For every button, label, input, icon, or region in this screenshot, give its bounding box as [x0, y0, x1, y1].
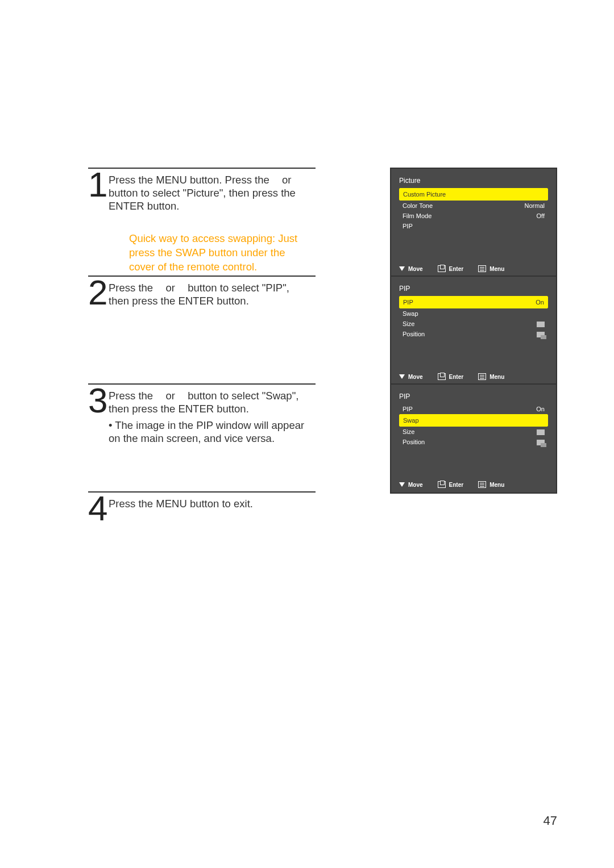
enter-icon	[438, 373, 446, 380]
osd-footer-label: Enter	[449, 374, 464, 380]
step-1: 1 Press the MENU button. Press the or bu…	[88, 168, 316, 274]
down-triangle-icon	[399, 482, 405, 487]
osd-row-label: PIP	[403, 223, 413, 229]
osd-hl-label: Custom Picture	[403, 191, 446, 198]
osd-footer-label: Move	[408, 266, 423, 272]
step-3: 3 Press the or button to select "Swap", …	[88, 383, 316, 445]
osd-footer: Move Enter Menu	[391, 370, 556, 385]
osd-row-highlighted: Custom Picture	[399, 188, 548, 201]
step1-text-b: button to select "Picture", then press t…	[109, 187, 296, 212]
page-number: 47	[544, 813, 557, 828]
osd-screenshot-1: Picture Custom Picture Color ToneNormal …	[390, 168, 557, 278]
osd-row-label: Film Mode	[403, 212, 432, 219]
osd-row: Position	[399, 437, 548, 447]
menu-icon	[478, 373, 486, 380]
osd-row-label: Position	[403, 331, 425, 337]
down-triangle-icon	[399, 374, 405, 379]
step-number: 4	[88, 496, 107, 521]
step3-bullet: • The image in the PIP window will appea…	[109, 419, 306, 445]
osd-footer-menu: Menu	[478, 265, 504, 272]
osd-row-label: Size	[403, 428, 414, 435]
osd-row: Size	[399, 319, 548, 329]
step3-or: or	[163, 390, 178, 402]
osd-screenshot-3: PIP PIPOn Swap Size Position Move Enter …	[390, 383, 557, 494]
osd-footer: Move Enter Menu	[391, 262, 556, 277]
enter-icon	[438, 265, 446, 272]
menu-icon	[478, 265, 486, 272]
step-text: Press the MENU button. Press the or butt…	[107, 173, 316, 274]
osd-footer-enter: Enter	[438, 481, 464, 488]
osd-row: Film ModeOff	[399, 211, 548, 221]
osd-row: Size	[399, 427, 548, 437]
step-text: Press the or button to select "PIP", the…	[107, 281, 316, 307]
osd-hl-label: PIP	[403, 299, 413, 306]
step-text: Press the or button to select "Swap", th…	[107, 389, 316, 445]
step-text: Press the MENU button to exit.	[107, 497, 316, 510]
osd-row-value	[537, 331, 545, 337]
osd-row-label: Size	[403, 320, 414, 327]
osd-row: Swap	[399, 308, 548, 319]
osd-row-highlighted: Swap	[399, 414, 548, 427]
osd-row: PIP	[399, 221, 548, 231]
size-icon	[537, 429, 545, 435]
step-2: 2 Press the or button to select "PIP", t…	[88, 276, 316, 307]
step2-text-a: Press the	[109, 282, 156, 294]
osd-row: PIPOn	[399, 404, 548, 414]
step1-text-a: Press the MENU button. Press the	[109, 174, 272, 186]
osd-row-value	[537, 428, 545, 435]
osd-title: PIP	[399, 285, 548, 293]
step1-or: or	[279, 174, 294, 186]
step-number: 1	[88, 172, 107, 198]
osd-footer-menu: Menu	[478, 481, 504, 488]
osd-footer-move: Move	[399, 265, 423, 272]
step-number: 3	[88, 388, 107, 414]
osd-footer-move: Move	[399, 373, 423, 380]
osd-row-value: On	[536, 406, 545, 412]
osd-row-value	[537, 320, 545, 327]
step-4: 4 Press the MENU button to exit.	[88, 491, 316, 521]
step4-text: Press the MENU button to exit.	[109, 498, 253, 510]
osd-row: Position	[399, 329, 548, 339]
step-number: 2	[88, 280, 107, 306]
menu-icon	[478, 481, 486, 488]
osd-row-value: Off	[537, 212, 545, 219]
osd-row-label: Swap	[403, 310, 418, 317]
osd-footer-menu: Menu	[478, 373, 504, 380]
osd-screenshot-2: PIP PIPOn Swap Size Position Move Enter …	[390, 276, 557, 386]
step3-text-a: Press the	[109, 390, 156, 402]
osd-footer-label: Menu	[489, 374, 504, 380]
osd-title: PIP	[399, 393, 548, 400]
osd-row-label: Position	[403, 439, 425, 445]
osd-footer: Move Enter Menu	[391, 478, 556, 493]
step2-or: or	[163, 282, 178, 294]
osd-footer-label: Move	[408, 374, 423, 380]
position-icon	[537, 332, 545, 337]
osd-footer-label: Move	[408, 482, 423, 488]
osd-row-label: Color Tone	[403, 202, 433, 209]
osd-row-highlighted: PIPOn	[399, 296, 548, 308]
size-icon	[537, 322, 545, 327]
osd-footer-label: Enter	[449, 482, 464, 488]
osd-footer-move: Move	[399, 481, 423, 488]
osd-footer-enter: Enter	[438, 373, 464, 380]
osd-title: Picture	[399, 177, 548, 185]
osd-footer-label: Enter	[449, 266, 464, 272]
osd-hl-label: Swap	[403, 417, 419, 424]
osd-footer-enter: Enter	[438, 265, 464, 272]
osd-row-label: PIP	[403, 406, 413, 412]
osd-hl-value: On	[536, 299, 544, 306]
osd-row: Color ToneNormal	[399, 201, 548, 211]
osd-row-value	[537, 439, 545, 445]
enter-icon	[438, 481, 446, 488]
step1-tip: Quick way to access swapping: Just press…	[129, 232, 306, 274]
position-icon	[537, 440, 545, 445]
osd-footer-label: Menu	[489, 266, 504, 272]
down-triangle-icon	[399, 266, 405, 271]
osd-footer-label: Menu	[489, 482, 504, 488]
osd-row-value: Normal	[525, 202, 545, 209]
